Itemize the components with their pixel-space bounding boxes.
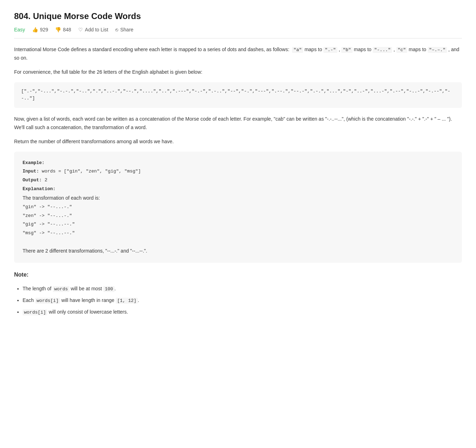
- note-item-2: Each words[i] will have length in range …: [23, 295, 462, 305]
- upvote-count: 929: [40, 27, 48, 32]
- transform-gin: "gin" -> "--...-.": [23, 203, 453, 212]
- morse-table-block: [".-","-...","-.-.","-..",".","..-.","--…: [14, 82, 462, 108]
- description-paragraph-3: Now, given a list of words, each word ca…: [14, 115, 462, 132]
- heart-icon: ♡: [78, 27, 83, 32]
- example-block: Example: Input: words = ["gin", "zen", "…: [14, 152, 462, 263]
- there-are-text: There are 2 different transformations, "…: [23, 246, 453, 256]
- explanation-text: The transformation of each word is:: [23, 193, 453, 203]
- words-i-code-2: words[i]: [23, 309, 47, 315]
- share-button[interactable]: ⎋ Share: [115, 27, 133, 32]
- maps-to-1: maps to: [305, 47, 324, 52]
- add-to-list-label: Add to List: [85, 27, 108, 32]
- morse-c: "–.–.": [428, 47, 447, 53]
- letter-b: "b": [341, 47, 352, 53]
- downvote-button[interactable]: 👎 848: [55, 27, 71, 32]
- letter-c: "c": [396, 47, 407, 53]
- downvote-count: 848: [63, 27, 71, 32]
- words-code-1: words: [53, 286, 69, 292]
- output-line: Output: 2: [23, 176, 453, 185]
- note-item-1: The length of words will be at most 100.: [23, 284, 462, 294]
- transform-gig: "gig" -> "--...--.": [23, 220, 453, 229]
- input-line: Input: words = ["gin", "zen", "gig", "ms…: [23, 167, 453, 176]
- difficulty-badge: Easy: [14, 27, 25, 32]
- transform-zen: "zen" -> "--...-.": [23, 212, 453, 220]
- meta-bar: Easy 👍 929 👎 848 ♡ Add to List ⎋ Share: [14, 27, 462, 38]
- transform-msg: "msg" -> "--...--.": [23, 229, 453, 238]
- maps-to-3: maps to: [409, 47, 428, 52]
- note-section: Note: The length of words will be at mos…: [14, 270, 462, 317]
- description-paragraph-4: Return the number of different transform…: [14, 138, 462, 146]
- description-paragraph-2: For convenience, the full table for the …: [14, 68, 462, 77]
- problem-body: International Morse Code defines a stand…: [14, 46, 462, 317]
- note-item-3: words[i] will only consist of lowercase …: [23, 307, 462, 317]
- maps-to-2: maps to: [354, 47, 373, 52]
- morse-b: "-...": [373, 47, 392, 53]
- add-to-list-button[interactable]: ♡ Add to List: [78, 27, 108, 32]
- description-paragraph-1: International Morse Code defines a stand…: [14, 46, 462, 62]
- letter-a: "a": [292, 47, 303, 53]
- length-range-code: [1, 12]: [116, 298, 138, 304]
- share-label: Share: [120, 27, 133, 32]
- thumbs-up-icon: 👍: [32, 27, 38, 32]
- notes-list: The length of words will be at most 100.…: [14, 284, 462, 317]
- explanation-label: Explanation:: [23, 185, 453, 194]
- problem-title: 804. Unique Morse Code Words: [14, 11, 462, 21]
- words-max-code: 100: [103, 286, 114, 292]
- words-i-code-1: words[i]: [35, 298, 60, 304]
- note-title: Note:: [14, 270, 462, 279]
- morse-a: ".-": [323, 47, 337, 53]
- thumbs-down-icon: 👎: [55, 27, 61, 32]
- upvote-button[interactable]: 👍 929: [32, 27, 48, 32]
- example-label: Example:: [23, 159, 453, 168]
- share-icon: ⎋: [115, 27, 118, 32]
